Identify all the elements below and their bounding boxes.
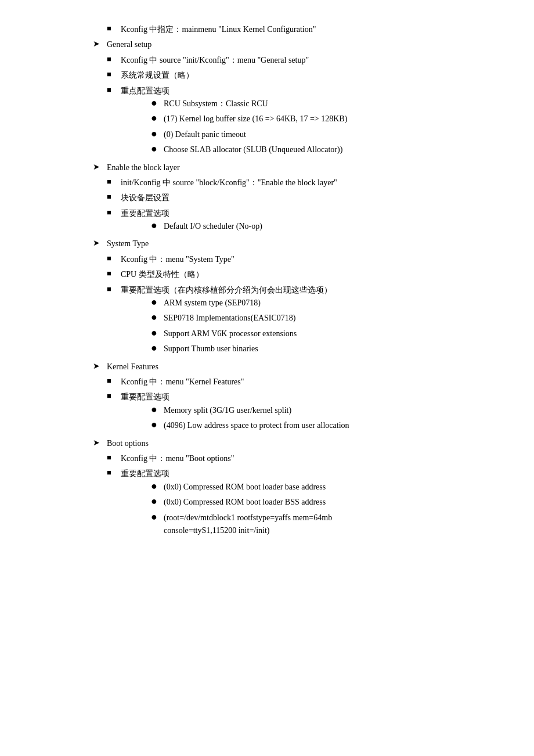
list-item: ●Memory split (3G/1G user/kernel split) bbox=[151, 404, 499, 417]
square-marker: ■ bbox=[107, 269, 116, 278]
bullet-marker: ● bbox=[151, 417, 159, 432]
list-item: ■init/Kconfig 中 source "block/Kconfig"："… bbox=[107, 177, 499, 189]
item-text: Enable the block layer bbox=[107, 161, 499, 174]
bullet-marker: ● bbox=[151, 218, 159, 233]
list-item: ■重要配置选项●Default I/O scheduler (No-op) bbox=[107, 207, 499, 236]
list-item: ●(17) Kernel log buffer size (16 => 64KB… bbox=[151, 113, 499, 125]
list-item: ●(root=/dev/mtdblock1 rootfstype=yaffs m… bbox=[151, 512, 499, 538]
list-item: ●RCU Subsystem：Classic RCU bbox=[151, 98, 499, 110]
square-marker: ■ bbox=[107, 468, 116, 477]
item-text: CPU 类型及特性（略） bbox=[121, 270, 204, 279]
item-text: 重要配置选项（在内核移植部分介绍为何会出现这些选项） bbox=[121, 286, 332, 294]
list-item: ●Default I/O scheduler (No-op) bbox=[151, 220, 499, 233]
list-item: ●(0x0) Compressed ROM boot loader BSS ad… bbox=[151, 496, 499, 509]
list-item: ■Kconfig 中 source "init/Kconfig"：menu "G… bbox=[107, 54, 499, 67]
list-item: ➤General setup■Kconfig 中 source "init/Kc… bbox=[93, 38, 499, 159]
list-item: ■Kconfig 中指定：mainmenu "Linux Kernel Conf… bbox=[107, 23, 499, 36]
list-item: ■重要配置选项（在内核移植部分介绍为何会出现这些选项）●ARM system t… bbox=[107, 284, 499, 358]
item-text: System Type bbox=[107, 237, 499, 250]
square-marker: ■ bbox=[107, 177, 116, 186]
square-marker: ■ bbox=[107, 70, 116, 79]
list-item: ●(4096) Low address space to protect fro… bbox=[151, 419, 499, 432]
item-text: Choose SLAB allocator (SLUB (Unqueued Al… bbox=[164, 143, 499, 156]
item-text: (17) Kernel log buffer size (16 => 64KB,… bbox=[164, 113, 499, 125]
item-text: (0x0) Compressed ROM boot loader base ad… bbox=[164, 481, 499, 494]
list-item: ➤Enable the block layer■init/Kconfig 中 s… bbox=[93, 161, 499, 236]
list-item: ■块设备层设置 bbox=[107, 192, 499, 204]
item-text: 系统常规设置（略） bbox=[121, 71, 194, 80]
item-text: Boot options bbox=[107, 437, 499, 450]
list-item: ■重要配置选项●Memory split (3G/1G user/kernel … bbox=[107, 391, 499, 434]
main-outline: ■Kconfig 中指定：mainmenu "Linux Kernel Conf… bbox=[93, 23, 499, 539]
square-marker: ■ bbox=[107, 55, 116, 64]
list-item: ➤System Type■Kconfig 中：menu "System Type… bbox=[93, 237, 499, 358]
list-item: ●(0x0) Compressed ROM boot loader base a… bbox=[151, 481, 499, 494]
list-item: ●ARM system type (SEP0718) bbox=[151, 297, 499, 309]
bullet-marker: ● bbox=[151, 402, 159, 417]
square-marker: ■ bbox=[107, 285, 116, 294]
list-item: ■重点配置选项●RCU Subsystem：Classic RCU●(17) K… bbox=[107, 85, 499, 159]
square-marker: ■ bbox=[107, 376, 116, 386]
bullet-marker: ● bbox=[151, 142, 159, 156]
list-item: ●SEP0718 Implementations(EASIC0718) bbox=[151, 312, 499, 325]
list-item: ■Kconfig 中：menu "System Type" bbox=[107, 253, 499, 266]
item-text: (0x0) Compressed ROM boot loader BSS add… bbox=[164, 496, 499, 509]
list-item: ●Choose SLAB allocator (SLUB (Unqueued A… bbox=[151, 143, 499, 156]
bullet-marker: ● bbox=[151, 326, 159, 340]
item-text: Memory split (3G/1G user/kernel split) bbox=[164, 404, 499, 417]
item-text: Kconfig 中：menu "Boot options" bbox=[121, 454, 234, 463]
bullet-marker: ● bbox=[151, 494, 159, 509]
arrow-marker: ➤ bbox=[93, 238, 102, 248]
arrow-marker: ➤ bbox=[93, 39, 102, 49]
square-marker: ■ bbox=[107, 208, 116, 217]
list-item: ■CPU 类型及特性（略） bbox=[107, 268, 499, 281]
item-text: (root=/dev/mtdblock1 rootfstype=yaffs me… bbox=[164, 512, 499, 538]
item-text: Default I/O scheduler (No-op) bbox=[164, 220, 499, 233]
item-text: Kconfig 中 source "init/Kconfig"：menu "Ge… bbox=[121, 56, 309, 64]
item-text: SEP0718 Implementations(EASIC0718) bbox=[164, 312, 499, 325]
list-item: ●Support Thumb user binaries bbox=[151, 343, 499, 355]
list-item: ■Kconfig 中：menu "Boot options" bbox=[107, 452, 499, 465]
list-item: ■系统常规设置（略） bbox=[107, 69, 499, 82]
item-text: 重点配置选项 bbox=[121, 87, 169, 95]
square-marker: ■ bbox=[107, 391, 116, 401]
arrow-marker: ➤ bbox=[93, 162, 102, 172]
arrow-marker: ➤ bbox=[93, 361, 102, 371]
bullet-marker: ● bbox=[151, 295, 159, 309]
item-text: General setup bbox=[107, 38, 499, 51]
item-text: ARM system type (SEP0718) bbox=[164, 297, 499, 309]
item-text: Support Thumb user binaries bbox=[164, 343, 499, 355]
bullet-marker: ● bbox=[151, 310, 159, 325]
bullet-marker: ● bbox=[151, 96, 159, 110]
item-text: 重要配置选项 bbox=[121, 209, 169, 218]
item-text: Kernel Features bbox=[107, 361, 499, 373]
bullet-marker: ● bbox=[151, 479, 159, 494]
item-text: RCU Subsystem：Classic RCU bbox=[164, 98, 499, 110]
list-item: ➤Boot options■Kconfig 中：menu "Boot optio… bbox=[93, 437, 499, 540]
item-text: Kconfig 中：menu "System Type" bbox=[121, 255, 234, 264]
item-text: init/Kconfig 中 source "block/Kconfig"："E… bbox=[121, 178, 337, 187]
item-text: (4096) Low address space to protect from… bbox=[164, 419, 499, 432]
list-item: ➤Kernel Features■Kconfig 中：menu "Kernel … bbox=[93, 361, 499, 435]
item-text: 重要配置选项 bbox=[121, 393, 169, 401]
list-item: ■重要配置选项●(0x0) Compressed ROM boot loader… bbox=[107, 467, 499, 539]
square-marker: ■ bbox=[107, 254, 116, 263]
bullet-marker: ● bbox=[151, 341, 159, 355]
bullet-marker: ● bbox=[151, 127, 159, 141]
square-marker: ■ bbox=[107, 24, 116, 33]
item-text: 块设备层设置 bbox=[121, 193, 169, 202]
square-marker: ■ bbox=[107, 192, 116, 201]
list-item: ●Support ARM V6K processor extensions bbox=[151, 327, 499, 340]
item-text: Kconfig 中指定：mainmenu "Linux Kernel Confi… bbox=[121, 23, 499, 36]
list-item: ●(0) Default panic timeout bbox=[151, 128, 499, 141]
bullet-marker: ● bbox=[151, 510, 159, 524]
item-text: Kconfig 中：menu "Kernel Features" bbox=[121, 377, 244, 386]
square-marker: ■ bbox=[107, 85, 116, 95]
bullet-marker: ● bbox=[151, 111, 159, 125]
item-text: 重要配置选项 bbox=[121, 469, 169, 478]
item-text: Support ARM V6K processor extensions bbox=[164, 327, 499, 340]
arrow-marker: ➤ bbox=[93, 438, 102, 448]
item-text: (0) Default panic timeout bbox=[164, 128, 499, 141]
square-marker: ■ bbox=[107, 453, 116, 462]
list-item: ■Kconfig 中：menu "Kernel Features" bbox=[107, 376, 499, 388]
